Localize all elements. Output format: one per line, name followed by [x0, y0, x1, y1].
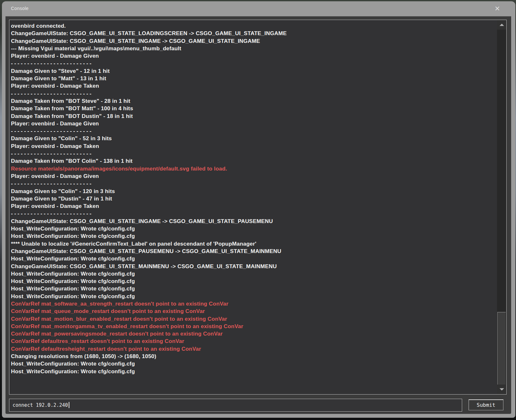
- console-line: ChangeGameUIState: CSGO_GAME_UI_STATE_IN…: [11, 218, 497, 225]
- console-line: ChangeGameUIState: CSGO_GAME_UI_STATE_IN…: [11, 37, 497, 45]
- command-input[interactable]: connect 192.0.2.240: [9, 399, 462, 412]
- submit-button[interactable]: Submit: [469, 399, 503, 410]
- console-line: Host_WriteConfiguration: Wrote cfg/confi…: [11, 278, 497, 285]
- scroll-up-button[interactable]: [497, 20, 506, 30]
- console-line: ChangeGameUIState: CSGO_GAME_UI_STATE_LO…: [11, 30, 497, 37]
- titlebar[interactable]: Console ×: [2, 1, 515, 16]
- text-cursor: [69, 402, 69, 408]
- console-output[interactable]: ovenbird connected.ChangeGameUIState: CS…: [9, 20, 507, 395]
- console-line: ChangeGameUIState: CSGO_GAME_UI_STATE_MA…: [11, 263, 497, 270]
- console-line: Damage Taken from "BOT Matt" - 100 in 4 …: [11, 105, 497, 112]
- console-line: Player: ovenbird - Damage Given: [11, 120, 497, 127]
- console-line: Host_WriteConfiguration: Wrote cfg/confi…: [11, 255, 497, 262]
- console-line: Host_WriteConfiguration: Wrote cfg/confi…: [11, 225, 497, 232]
- console-line: Host_WriteConfiguration: Wrote cfg/confi…: [11, 285, 497, 292]
- console-log: ovenbird connected.ChangeGameUIState: CS…: [9, 20, 497, 394]
- console-line: Damage Taken from "BOT Dustin" - 18 in 1…: [11, 112, 497, 120]
- console-line: Changing resolutions from (1680, 1050) -…: [11, 353, 497, 360]
- console-line: ConVarRef mat_monitorgamma_tv_enabled_re…: [11, 323, 497, 330]
- console-line: Player: ovenbird - Damage Given: [11, 52, 497, 60]
- console-line: Damage Given to "Steve" - 12 in 1 hit: [11, 67, 497, 75]
- command-input-value: connect 192.0.2.240: [13, 402, 68, 408]
- console-window: Console × ovenbird connected.ChangeGameU…: [2, 1, 515, 418]
- console-line: Player: ovenbird - Damage Given: [11, 172, 497, 180]
- console-line: Damage Given to "Colin" - 120 in 3 hits: [11, 188, 497, 195]
- scrollbar[interactable]: [497, 20, 506, 394]
- console-line: -------------------------: [11, 180, 497, 187]
- console-line: Host_WriteConfiguration: Wrote cfg/confi…: [11, 360, 497, 367]
- close-icon[interactable]: ×: [493, 5, 501, 12]
- console-line: ConVarRef defaultresheight_restart doesn…: [11, 345, 497, 353]
- console-line: Damage Taken from "BOT Colin" - 138 in 1…: [11, 157, 497, 165]
- console-line: Damage Given to "Matt" - 13 in 1 hit: [11, 75, 497, 82]
- console-panel: ovenbird connected.ChangeGameUIState: CS…: [5, 16, 511, 414]
- console-line: -------------------------: [11, 127, 497, 135]
- console-line: ConVarRef mat_software_aa_strength_resta…: [11, 300, 497, 308]
- console-line: Host_WriteConfiguration: Wrote cfg/confi…: [11, 270, 497, 278]
- scroll-down-button[interactable]: [497, 385, 506, 394]
- console-line: -------------------------: [11, 90, 497, 97]
- console-line: ConVarRef mat_motion_blur_enabled_restar…: [11, 315, 497, 323]
- console-line: ovenbird connected.: [11, 22, 497, 30]
- scrollbar-thumb[interactable]: [497, 312, 506, 385]
- console-line: **** Unable to localize '#GenericConfirm…: [11, 240, 497, 248]
- console-line: Host_WriteConfiguration: Wrote cfg/confi…: [11, 232, 497, 240]
- console-line: Damage Taken from "BOT Steve" - 28 in 1 …: [11, 97, 497, 105]
- console-line: ConVarRef defaultres_restart doesn't poi…: [11, 337, 497, 345]
- console-line: Host_WriteConfiguration: Wrote cfg/confi…: [11, 368, 497, 375]
- arrow-down-icon: [500, 388, 504, 391]
- window-title: Console: [11, 6, 29, 11]
- console-line: ConVarRef mat_powersavingsmode_restart d…: [11, 330, 497, 337]
- console-line: Damage Given to "Colin" - 52 in 3 hits: [11, 135, 497, 142]
- console-line: -------------------------: [11, 60, 497, 67]
- console-line: Player: ovenbird - Damage Taken: [11, 82, 497, 90]
- arrow-up-icon: [500, 24, 504, 26]
- console-line: Player: ovenbird - Damage Taken: [11, 202, 497, 210]
- console-line: -------------------------: [11, 210, 497, 217]
- console-line: ChangeGameUIState: CSGO_GAME_UI_STATE_PA…: [11, 248, 497, 255]
- console-line: Player: ovenbird - Damage Taken: [11, 142, 497, 150]
- console-line: Resource materials/panorama/images/icons…: [11, 165, 497, 172]
- scrollbar-track[interactable]: [497, 30, 506, 385]
- console-line: Host_WriteConfiguration: Wrote cfg/confi…: [11, 293, 497, 300]
- console-line: --- Missing Vgui material vgui/..\vgui\m…: [11, 45, 497, 52]
- console-line: -------------------------: [11, 150, 497, 157]
- console-line: ConVarRef mat_queue_mode_restart doesn't…: [11, 308, 497, 315]
- console-line: Damage Given to "Dustin" - 47 in 1 hit: [11, 195, 497, 202]
